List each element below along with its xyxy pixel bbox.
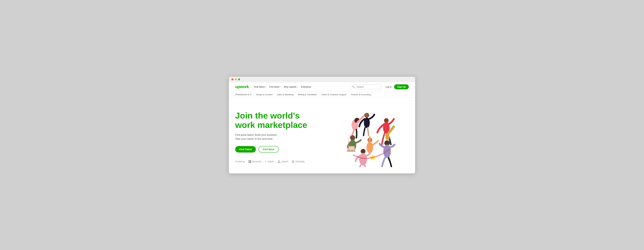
- category-sales-marketing[interactable]: Sales & Marketing: [277, 93, 294, 96]
- svg-point-7: [364, 113, 369, 117]
- search-divider: [356, 86, 356, 88]
- search-icon: 🔍: [352, 86, 355, 88]
- traffic-light-green[interactable]: [238, 78, 240, 80]
- microsoft-logo: Microsoft: [248, 160, 261, 163]
- traffic-light-red[interactable]: [232, 78, 234, 80]
- hero-svg-illustration: [340, 107, 400, 167]
- signup-button[interactable]: Sign Up: [394, 84, 409, 89]
- hero-find-work-button[interactable]: Find Work: [258, 146, 279, 153]
- nav-why-upwork[interactable]: Why Upwork ▾: [284, 86, 298, 88]
- illustration-circle: [340, 107, 400, 167]
- login-button[interactable]: Log In: [386, 86, 392, 88]
- find-talent-chevron-icon: ▾: [265, 86, 266, 88]
- trusted-section: Trusted by Microsoft ⟡ airbnb: [235, 160, 331, 163]
- hero-subtitle: Find great talent. Build your business. …: [235, 133, 331, 141]
- nav-links: Find Talent ▾ Find Work ▾ Why Upwork ▾ E…: [254, 86, 346, 88]
- hero-title: Join the world's work marketplace: [235, 111, 331, 130]
- bissell-logo: bissell: [278, 160, 288, 163]
- category-development-it[interactable]: Development & IT: [235, 93, 252, 96]
- godaddy-icon: [292, 160, 294, 163]
- svg-point-2: [292, 160, 294, 163]
- category-nav: Development & IT Design & Creative Sales…: [229, 92, 415, 97]
- hero-illustration: [331, 107, 409, 167]
- svg-point-23: [385, 134, 390, 140]
- airbnb-logo: ⟡ airbnb: [265, 160, 274, 163]
- traffic-light-yellow[interactable]: [235, 78, 237, 80]
- browser-chrome: [229, 77, 415, 82]
- airbnb-icon: ⟡: [265, 160, 266, 163]
- search-input[interactable]: [357, 86, 380, 88]
- find-work-chevron-icon: ▾: [280, 86, 281, 88]
- category-writing-translation[interactable]: Writing & Translation: [298, 93, 317, 96]
- microsoft-grid-icon: [248, 160, 251, 163]
- trusted-logos: Microsoft ⟡ airbnb bissell: [248, 160, 305, 163]
- category-design-creative[interactable]: Design & Creative: [256, 93, 272, 96]
- navbar: upwork Find Talent ▾ Find Work ▾ Why Upw…: [229, 82, 415, 92]
- browser-window: upwork Find Talent ▾ Find Work ▾ Why Upw…: [229, 77, 415, 173]
- svg-point-22: [359, 153, 367, 166]
- search-bar[interactable]: 🔍: [350, 84, 382, 89]
- nav-find-work[interactable]: Find Work ▾: [269, 86, 281, 88]
- hero-buttons: Find Talent Find Work: [235, 146, 331, 153]
- category-finance-accounting[interactable]: Finance & Accounting: [351, 93, 370, 96]
- godaddy-logo: GoDaddy: [292, 160, 305, 163]
- nav-find-talent[interactable]: Find Talent ▾: [254, 86, 266, 88]
- why-upwork-chevron-icon: ▾: [297, 86, 298, 88]
- trusted-label: Trusted by: [235, 160, 245, 163]
- svg-point-11: [350, 135, 355, 140]
- svg-point-3: [292, 161, 294, 162]
- nav-auth: Log In Sign Up: [386, 84, 409, 89]
- svg-rect-15: [346, 151, 356, 151]
- hero-content: Join the world's work marketplace Find g…: [235, 111, 331, 163]
- hero-find-talent-button[interactable]: Find Talent: [235, 146, 256, 153]
- hero-section: Join the world's work marketplace Find g…: [229, 97, 415, 173]
- bissell-icon: [278, 160, 281, 163]
- category-admin-support[interactable]: Admin & Customer Support: [321, 93, 346, 96]
- upwork-logo[interactable]: upwork: [235, 84, 249, 89]
- nav-enterprise[interactable]: Enterprise: [301, 86, 311, 88]
